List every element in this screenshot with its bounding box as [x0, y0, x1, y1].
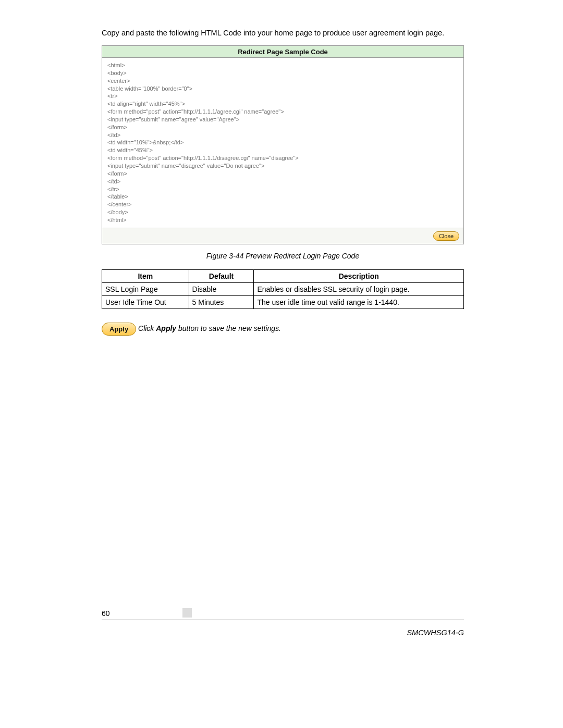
table-header-row: Item Default Description: [102, 269, 464, 282]
apply-instruction: Apply Click Apply button to save the new…: [102, 323, 464, 336]
sample-code-text: <html> <body> <center> <table width="100…: [107, 61, 458, 224]
sample-code-title: Redirect Page Sample Code: [102, 46, 463, 58]
model-id: SMCWHSG14-G: [102, 628, 464, 637]
cell-item: User Idle Time Out: [102, 295, 189, 309]
col-item: Item: [102, 269, 189, 282]
intro-text: Copy and paste the following HTML Code i…: [102, 29, 464, 37]
footer-marker-icon: [182, 608, 192, 618]
apply-text-suffix: button to save the new settings.: [176, 324, 281, 332]
apply-text-prefix: Click: [138, 324, 156, 332]
sample-code-panel: Redirect Page Sample Code <html> <body> …: [102, 45, 464, 244]
table-row: User Idle Time Out 5 Minutes The user id…: [102, 295, 464, 309]
properties-table: Item Default Description SSL Login Page …: [102, 269, 464, 309]
cell-desc: Enables or disables SSL security of logi…: [254, 282, 464, 295]
apply-text-bold: Apply: [156, 324, 176, 332]
cell-desc: The user idle time out valid range is 1-…: [254, 295, 464, 309]
apply-button[interactable]: Apply: [102, 323, 136, 336]
col-desc: Description: [254, 269, 464, 282]
col-default: Default: [189, 269, 254, 282]
figure-caption: Figure 3-44 Preview Redirect Login Page …: [102, 252, 464, 260]
cell-default: 5 Minutes: [189, 295, 254, 309]
table-row: SSL Login Page Disable Enables or disabl…: [102, 282, 464, 295]
cell-default: Disable: [189, 282, 254, 295]
sample-code-body: <html> <body> <center> <table width="100…: [102, 58, 463, 228]
close-button[interactable]: Close: [433, 231, 459, 241]
page-number: 60: [102, 609, 182, 618]
cell-item: SSL Login Page: [102, 282, 189, 295]
